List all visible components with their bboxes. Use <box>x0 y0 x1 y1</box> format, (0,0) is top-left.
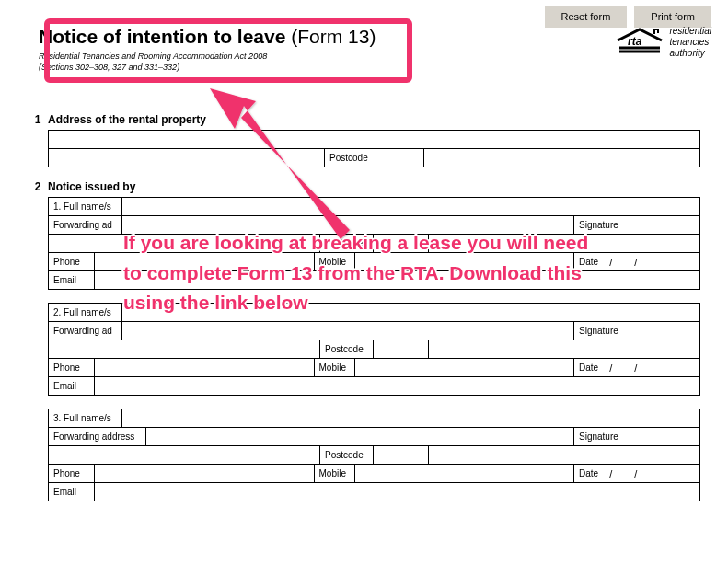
email-2-input[interactable] <box>95 377 699 395</box>
section-2-number: 2 <box>28 180 48 193</box>
fwd-2-line2-input[interactable] <box>49 340 319 358</box>
postcode-label: Postcode <box>329 153 368 163</box>
fullname-2-label: 2. Full name/s <box>53 307 111 317</box>
phone-3-label: Phone <box>53 468 80 478</box>
email-1-label: Email <box>53 275 76 285</box>
mobile-1-input[interactable] <box>355 253 574 270</box>
issuer-2-block: 2. Full name/s Forwarding ad Signature P… <box>48 303 700 396</box>
fwd-2-line1-input[interactable] <box>122 322 573 340</box>
email-2-label: Email <box>53 381 76 391</box>
fullname-1-label: 1. Full name/s <box>53 201 111 212</box>
section-1-label: Address of the rental property <box>48 113 206 126</box>
postcode-1-input[interactable] <box>374 235 428 252</box>
date-3-label: Date <box>579 468 598 478</box>
section-1-number: 1 <box>28 113 48 126</box>
fwd-2-label: Forwarding ad <box>53 326 112 336</box>
fwd-1-line1-input[interactable] <box>122 216 573 234</box>
signature-3-input[interactable] <box>429 446 699 464</box>
issuer-3-block: 3. Full name/s Forwarding address Signat… <box>48 409 700 501</box>
fullname-1-input[interactable] <box>122 198 699 215</box>
email-3-input[interactable] <box>95 483 699 501</box>
signature-2-input[interactable] <box>429 340 699 358</box>
section-2-label: Notice issued by <box>48 180 135 193</box>
date-2-label: Date <box>579 363 598 373</box>
mobile-2-label: Mobile <box>319 363 346 373</box>
fwd-1-label: Forwarding ad <box>53 220 112 230</box>
postcode-2-input[interactable] <box>374 340 428 358</box>
fwd-3-line2-input[interactable] <box>49 446 319 464</box>
mobile-3-input[interactable] <box>355 465 574 482</box>
mobile-1-label: Mobile <box>319 257 346 267</box>
phone-2-input[interactable] <box>95 359 314 376</box>
postcode-2-label: Postcode <box>325 344 364 354</box>
fwd-3-line1-input[interactable] <box>146 428 573 445</box>
fwd-1-line2-input[interactable] <box>49 235 319 252</box>
phone-3-input[interactable] <box>95 465 314 482</box>
date-1-label: Date <box>579 257 598 267</box>
postcode-3-input[interactable] <box>374 446 428 464</box>
address-block: Postcode <box>48 130 700 167</box>
fullname-3-input[interactable] <box>122 409 699 427</box>
mobile-3-label: Mobile <box>319 468 346 478</box>
email-1-input[interactable] <box>95 271 699 289</box>
fwd-3-label: Forwarding address <box>53 432 134 442</box>
signature-1-label: Signature <box>579 220 618 230</box>
address-line-2-input[interactable] <box>49 149 324 167</box>
postcode-1-label: Postcode <box>325 238 364 248</box>
signature-3-label: Signature <box>579 432 618 442</box>
email-3-label: Email <box>53 487 76 497</box>
signature-2-label: Signature <box>579 326 618 336</box>
phone-1-input[interactable] <box>95 253 314 270</box>
postcode-3-label: Postcode <box>325 450 364 460</box>
fullname-3-label: 3. Full name/s <box>53 413 111 423</box>
annotation-highlight-box <box>44 18 412 83</box>
mobile-2-input[interactable] <box>355 359 574 376</box>
signature-1-input[interactable] <box>429 235 699 252</box>
fullname-2-input[interactable] <box>122 304 699 321</box>
phone-2-label: Phone <box>53 363 80 373</box>
address-postcode-input[interactable] <box>424 149 699 167</box>
issuer-1-block: 1. Full name/s Forwarding ad Signature P… <box>48 197 700 290</box>
phone-1-label: Phone <box>53 257 80 267</box>
address-line-1-input[interactable] <box>49 131 699 148</box>
